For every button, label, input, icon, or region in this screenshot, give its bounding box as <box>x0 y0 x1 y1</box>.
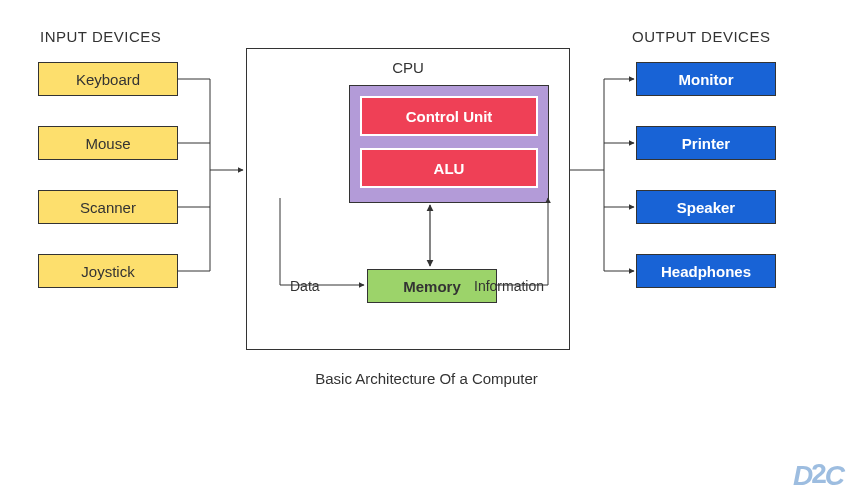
information-label: Information <box>474 278 544 294</box>
d2c-logo: D2C <box>793 460 843 492</box>
input-device-keyboard: Keyboard <box>38 62 178 96</box>
alu-box: ALU <box>360 148 538 188</box>
output-device-headphones: Headphones <box>636 254 776 288</box>
output-device-printer: Printer <box>636 126 776 160</box>
input-devices-title: INPUT DEVICES <box>40 28 161 45</box>
output-device-speaker: Speaker <box>636 190 776 224</box>
cpu-title: CPU <box>392 59 424 76</box>
output-device-monitor: Monitor <box>636 62 776 96</box>
control-unit-box: Control Unit <box>360 96 538 136</box>
diagram-caption: Basic Architecture Of a Computer <box>315 370 538 387</box>
input-device-joystick: Joystick <box>38 254 178 288</box>
cpu-outer: Control Unit ALU <box>349 85 549 203</box>
data-label: Data <box>290 278 320 294</box>
processing-unit-box: CPU Control Unit ALU Memory <box>246 48 570 350</box>
input-device-scanner: Scanner <box>38 190 178 224</box>
input-device-mouse: Mouse <box>38 126 178 160</box>
output-devices-title: OUTPUT DEVICES <box>632 28 770 45</box>
